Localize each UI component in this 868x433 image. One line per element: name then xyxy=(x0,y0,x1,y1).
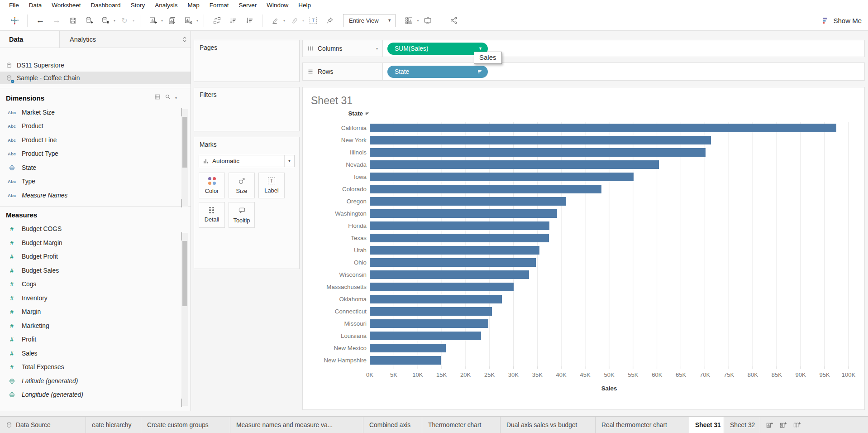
bar[interactable] xyxy=(370,307,492,316)
menu-item-data[interactable]: Data xyxy=(24,2,47,9)
pages-card[interactable]: Pages xyxy=(194,40,300,82)
bar[interactable] xyxy=(370,258,536,267)
fit-selector-caret-icon[interactable]: ▼ xyxy=(384,18,395,23)
show-mark-labels-icon[interactable]: T xyxy=(308,14,319,27)
new-dashboard-tab-icon[interactable] xyxy=(777,419,788,431)
clear-sheet-icon[interactable] xyxy=(183,14,194,27)
scroll-up-icon[interactable] xyxy=(181,232,182,241)
find-field-icon[interactable] xyxy=(165,94,171,102)
row-label[interactable]: California xyxy=(303,125,370,131)
row-label[interactable]: Missouri xyxy=(303,320,370,327)
bar[interactable] xyxy=(370,332,481,340)
measure-longitude-generated-[interactable]: Longitude (generated) xyxy=(0,388,191,402)
pause-updates-caret-icon[interactable]: ▾ xyxy=(114,19,115,23)
refresh-caret-icon[interactable]: ▾ xyxy=(133,19,134,23)
dimensions-scrollbar[interactable] xyxy=(181,109,188,207)
measure-budget-sales[interactable]: #Budget Sales xyxy=(0,264,191,278)
menu-item-worksheet[interactable]: Worksheet xyxy=(47,2,86,9)
pill-sort-icon[interactable] xyxy=(477,69,482,74)
sheet-tab-measure-names-and-measure-va-[interactable]: Measure names and measure va... xyxy=(230,417,363,433)
sheet-tab-thermometer-chart[interactable]: Thermometer chart xyxy=(422,417,501,433)
measure-total-expenses[interactable]: #Total Expenses xyxy=(0,361,191,375)
measures-scrollbar[interactable] xyxy=(181,233,188,406)
fit-selector[interactable]: Entire View ▼ xyxy=(343,14,396,27)
sheet-tab-sheet-31[interactable]: Sheet 31 xyxy=(689,417,724,433)
bar[interactable] xyxy=(370,319,488,328)
measure-budget-profit[interactable]: #Budget Profit xyxy=(0,250,191,264)
dimension-product[interactable]: AbcProduct xyxy=(0,120,191,134)
scroll-up-icon[interactable] xyxy=(181,108,182,116)
sheet-tab-dual-axis-sales-vs-budget[interactable]: Dual axis sales vs budget xyxy=(501,417,596,433)
bar[interactable] xyxy=(370,124,836,132)
new-worksheet-tab-icon[interactable] xyxy=(764,419,775,431)
row-label[interactable]: Utah xyxy=(303,247,370,254)
view-data-grid-icon[interactable] xyxy=(154,94,161,102)
bar[interactable] xyxy=(370,209,557,218)
bar[interactable] xyxy=(370,344,446,352)
tableau-logo-icon[interactable] xyxy=(9,14,20,27)
bar[interactable] xyxy=(370,270,529,279)
bar[interactable] xyxy=(370,148,706,157)
redo-icon[interactable]: → xyxy=(51,14,62,27)
menu-item-story[interactable]: Story xyxy=(126,2,150,9)
label-button[interactable]: T Label xyxy=(258,173,285,198)
dimensions-menu-caret-icon[interactable]: ▾ xyxy=(175,96,177,100)
row-label[interactable]: Connecticut xyxy=(303,308,370,315)
menu-item-server[interactable]: Server xyxy=(234,2,262,9)
show-me-button[interactable]: Show Me xyxy=(822,17,862,24)
columns-shelf[interactable]: Columns ▾ SUM(Sales) ▼ xyxy=(302,40,865,57)
show-hide-cards-caret-icon[interactable]: ▾ xyxy=(417,19,419,23)
bar[interactable] xyxy=(370,197,566,206)
duplicate-sheet-icon[interactable] xyxy=(167,14,177,27)
menu-item-format[interactable]: Format xyxy=(205,2,234,9)
scrollbar-thumb[interactable] xyxy=(182,117,187,168)
highlight-caret-icon[interactable]: ▾ xyxy=(283,19,285,23)
bar[interactable] xyxy=(370,173,634,181)
header-sort-icon[interactable] xyxy=(365,111,370,116)
show-hide-cards-icon[interactable] xyxy=(404,14,415,27)
dimension-state[interactable]: State xyxy=(0,161,191,175)
color-button[interactable]: Color xyxy=(199,173,225,198)
menu-item-file[interactable]: File xyxy=(4,2,24,9)
sheet-tab-combined-axis[interactable]: Combined axis xyxy=(363,417,422,433)
save-icon[interactable] xyxy=(67,14,78,27)
sheet-tab-eate-hierarchy[interactable]: eate hierarchy xyxy=(86,417,141,433)
scroll-down-icon[interactable] xyxy=(181,199,182,207)
swap-rows-columns-icon[interactable] xyxy=(211,14,222,27)
measure-marketing[interactable]: #Marketing xyxy=(0,319,191,333)
measure-profit[interactable]: #Profit xyxy=(0,333,191,347)
row-label[interactable]: Louisiana xyxy=(303,332,370,339)
row-label[interactable]: Texas xyxy=(303,235,370,241)
row-label[interactable]: Ohio xyxy=(303,259,370,266)
pane-control-icon[interactable] xyxy=(179,31,191,48)
row-field-header[interactable]: State xyxy=(303,110,370,117)
menu-item-dashboard[interactable]: Dashboard xyxy=(86,2,126,9)
row-label[interactable]: Oklahoma xyxy=(303,296,370,303)
measure-inventory[interactable]: #Inventory xyxy=(0,291,191,305)
menu-item-window[interactable]: Window xyxy=(262,2,293,9)
row-label[interactable]: Nevada xyxy=(303,161,370,168)
bar[interactable] xyxy=(370,136,711,144)
measure-sales[interactable]: #Sales xyxy=(0,346,191,361)
rows-shelf[interactable]: Rows State xyxy=(302,63,865,81)
new-data-source-icon[interactable] xyxy=(84,14,95,27)
highlight-icon[interactable] xyxy=(270,14,281,27)
data-source-item[interactable]: Sample - Coffee Chain xyxy=(0,72,191,84)
row-label[interactable]: Florida xyxy=(303,222,370,229)
row-label[interactable]: New Mexico xyxy=(303,345,370,351)
sheet-tab-real-thermometer-chart[interactable]: Real thermometer chart xyxy=(596,417,689,433)
row-label[interactable]: Oregon xyxy=(303,198,370,205)
tab-analytics[interactable]: Analytics xyxy=(60,31,179,48)
sort-descending-icon[interactable] xyxy=(244,14,255,27)
dimension-product-line[interactable]: AbcProduct Line xyxy=(0,133,191,147)
bar[interactable] xyxy=(370,356,441,365)
row-label[interactable]: Massachusetts xyxy=(303,284,370,290)
clear-sheet-caret-icon[interactable]: ▾ xyxy=(196,19,198,23)
share-icon[interactable] xyxy=(448,14,459,27)
mark-type-caret-icon[interactable]: ▼ xyxy=(284,155,294,167)
menu-item-help[interactable]: Help xyxy=(293,2,316,9)
dimension-type[interactable]: AbcType xyxy=(0,175,191,189)
pill-state[interactable]: State xyxy=(387,66,488,78)
sort-ascending-icon[interactable] xyxy=(228,14,238,27)
dimension-market-size[interactable]: AbcMarket Size xyxy=(0,106,191,120)
